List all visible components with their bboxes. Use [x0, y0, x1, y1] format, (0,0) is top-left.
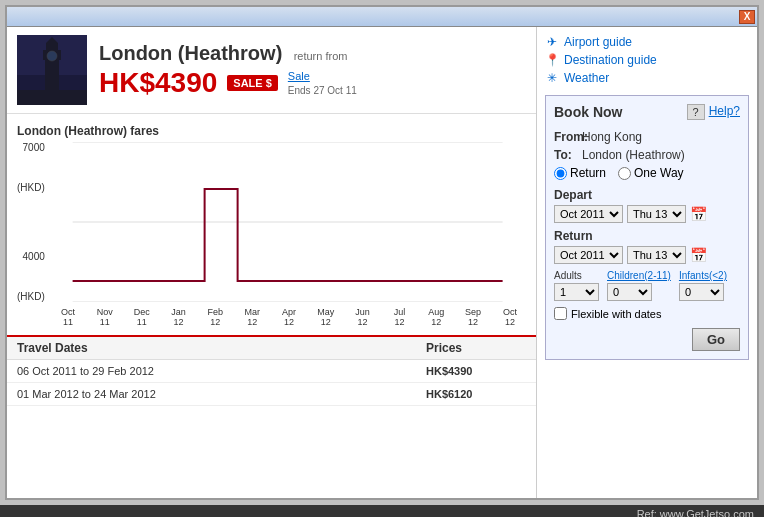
weather-label: Weather [564, 71, 609, 85]
adults-group: Adults 1 2 3 [554, 270, 599, 301]
fares-col2-header: Prices [426, 341, 526, 355]
y-label-bottom: 4000 [17, 251, 45, 262]
chart-container: London (Heathrow) fares 7000 (HKD) 4000 … [7, 114, 536, 327]
left-panel: London (Heathrow) return from HK$4390 SA… [7, 27, 537, 498]
x-label-10: Aug12 [420, 307, 452, 327]
x-label-0: Oct11 [52, 307, 84, 327]
fare-row-1[interactable]: 06 Oct 2011 to 29 Feb 2012 HK$4390 [7, 360, 536, 383]
header-text: London (Heathrow) return from HK$4390 SA… [99, 42, 526, 99]
depart-calendar-icon[interactable]: 📅 [690, 206, 707, 222]
return-section-label: Return [554, 229, 740, 243]
chart-svg-wrap [49, 142, 526, 305]
fare-chart-svg [49, 142, 526, 302]
x-label-6: Apr12 [273, 307, 305, 327]
fare-price-1: HK$4390 [426, 365, 526, 377]
go-button-row: Go [554, 328, 740, 351]
price-display: HK$4390 [99, 67, 217, 99]
y-label-hkd-top: (HKD) [17, 182, 45, 193]
right-panel: ✈ Airport guide 📍 Destination guide ✳ We… [537, 27, 757, 498]
title-bar: X [7, 7, 757, 27]
x-label-12: Oct12 [494, 307, 526, 327]
return-radio[interactable] [554, 167, 567, 180]
svg-point-6 [47, 51, 57, 61]
x-label-4: Feb12 [199, 307, 231, 327]
x-label-11: Sep12 [457, 307, 489, 327]
airport-guide-link[interactable]: ✈ Airport guide [545, 35, 749, 49]
chart-title: London (Heathrow) fares [17, 124, 526, 138]
one-way-option[interactable]: One Way [618, 166, 684, 180]
depart-day-select[interactable]: Thu 13 [627, 205, 686, 223]
depart-section-label: Depart [554, 188, 740, 202]
flexible-row: Flexible with dates [554, 307, 740, 320]
children-group: Children(2-11) 0 1 2 [607, 270, 671, 301]
content-area: London (Heathrow) return from HK$4390 SA… [7, 27, 757, 498]
return-date-row: Oct 2011 Thu 13 📅 [554, 246, 740, 264]
sale-ends: Ends 27 Oct 11 [288, 85, 357, 96]
destination-name: London (Heathrow) [99, 42, 282, 64]
help-question-button[interactable]: ? [687, 104, 705, 120]
book-now-box: Book Now ? Help? From: Hong Kong To: Lon… [545, 95, 749, 360]
depart-month-select[interactable]: Oct 2011 [554, 205, 623, 223]
children-link[interactable]: Children(2-11) [607, 270, 671, 281]
return-from-label: return from [294, 50, 348, 62]
fares-table-header: Travel Dates Prices [7, 337, 536, 360]
y-axis: 7000 (HKD) 4000 (HKD) [17, 142, 45, 302]
bottom-bar: Ref: www.GetJetso.com [0, 505, 764, 517]
svg-rect-7 [17, 90, 87, 105]
weather-link[interactable]: ✳ Weather [545, 71, 749, 85]
from-label: From: [554, 130, 582, 144]
fare-dates-2: 01 Mar 2012 to 24 Mar 2012 [17, 388, 426, 400]
flexible-label: Flexible with dates [571, 308, 662, 320]
x-label-2: Dec11 [126, 307, 158, 327]
trip-type-row: Return One Way [554, 166, 740, 180]
return-option[interactable]: Return [554, 166, 606, 180]
fare-row-2[interactable]: 01 Mar 2012 to 24 Mar 2012 HK$6120 [7, 383, 536, 406]
return-month-select[interactable]: Oct 2011 [554, 246, 623, 264]
from-value: Hong Kong [582, 130, 642, 144]
header: London (Heathrow) return from HK$4390 SA… [7, 27, 536, 114]
airport-icon: ✈ [545, 35, 559, 49]
help-row: ? Help? [687, 104, 740, 120]
fare-price-2: HK$6120 [426, 388, 526, 400]
fare-dates-1: 06 Oct 2011 to 29 Feb 2012 [17, 365, 426, 377]
infants-group: Infants(<2) 0 1 [679, 270, 727, 301]
adults-label: Adults [554, 270, 582, 281]
destination-icon: 📍 [545, 53, 559, 67]
sale-link[interactable]: Sale [288, 70, 310, 82]
destination-svg [17, 35, 87, 105]
sale-badge: SALE $ [227, 75, 278, 91]
x-label-8: Jun12 [347, 307, 379, 327]
sale-info: Sale Ends 27 Oct 11 [288, 69, 357, 97]
y-label-top: 7000 [17, 142, 45, 153]
destination-guide-link[interactable]: 📍 Destination guide [545, 53, 749, 67]
destination-image [17, 35, 87, 105]
adults-select[interactable]: 1 2 3 [554, 283, 599, 301]
reference-text: Ref: www.GetJetso.com [637, 508, 754, 517]
infants-link[interactable]: Infants(<2) [679, 270, 727, 281]
return-label: Return [570, 166, 606, 180]
to-row: To: London (Heathrow) [554, 148, 740, 162]
one-way-radio[interactable] [618, 167, 631, 180]
x-axis: Oct11 Nov11 Dec11 Jan12 Feb12 Mar12 Apr1… [17, 307, 526, 327]
depart-date-row: Oct 2011 Thu 13 📅 [554, 205, 740, 223]
destination-guide-label: Destination guide [564, 53, 657, 67]
children-select[interactable]: 0 1 2 [607, 283, 652, 301]
from-row: From: Hong Kong [554, 130, 740, 144]
x-label-3: Jan12 [162, 307, 194, 327]
book-now-title: Book Now [554, 104, 622, 120]
y-label-hkd-bottom: (HKD) [17, 291, 45, 302]
one-way-label: One Way [634, 166, 684, 180]
right-links: ✈ Airport guide 📍 Destination guide ✳ We… [545, 35, 749, 85]
infants-select[interactable]: 0 1 [679, 283, 724, 301]
close-button[interactable]: X [739, 10, 755, 24]
go-button[interactable]: Go [692, 328, 740, 351]
flexible-checkbox[interactable] [554, 307, 567, 320]
return-day-select[interactable]: Thu 13 [627, 246, 686, 264]
pax-row: Adults 1 2 3 Children(2-11) 0 1 2 [554, 270, 740, 301]
to-value: London (Heathrow) [582, 148, 685, 162]
return-calendar-icon[interactable]: 📅 [690, 247, 707, 263]
infants-label: Infants(<2) [679, 270, 727, 281]
weather-icon: ✳ [545, 71, 559, 85]
fares-col1-header: Travel Dates [17, 341, 426, 355]
help-link[interactable]: Help? [709, 104, 740, 120]
